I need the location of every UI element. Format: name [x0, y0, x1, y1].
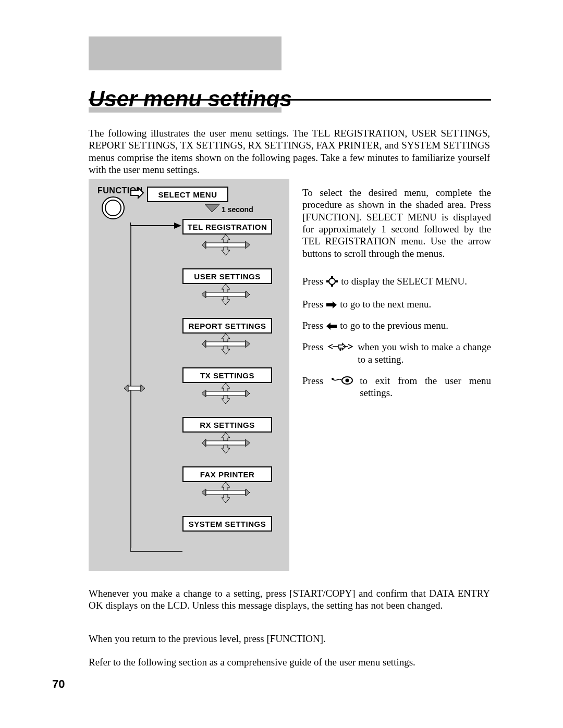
menu-system-settings: SYSTEM SETTINGS	[182, 516, 272, 532]
up-down-nav-icon	[201, 482, 251, 503]
right-intro: To select the desired menu, complete the…	[302, 187, 491, 260]
arrow-left-icon	[326, 320, 337, 332]
instruction-row-select: Press to display the SELECT MENU.	[302, 275, 491, 288]
svg-rect-10	[331, 276, 333, 279]
press-label: Press	[302, 319, 323, 331]
arrow-right-icon	[326, 299, 337, 311]
function-key-icon	[326, 276, 338, 289]
up-down-nav-icon	[201, 235, 251, 255]
flow-elbow-icon	[130, 223, 182, 230]
menu-tx-settings: TX SETTINGS	[182, 367, 272, 383]
press-label: Press	[302, 298, 323, 310]
svg-rect-7	[206, 441, 246, 445]
up-down-nav-icon	[201, 284, 251, 305]
page: User menu settings The following illustr…	[0, 0, 563, 728]
menu-rx-settings: RX SETTINGS	[182, 417, 272, 433]
function-button-icon	[101, 196, 125, 220]
press-label: Press	[302, 341, 323, 353]
left-down-right-icon	[326, 342, 354, 354]
press-text: to display the SELECT MENU.	[341, 275, 491, 287]
svg-rect-4	[206, 292, 246, 297]
instruction-row-change: Press when you wish to make a change to …	[302, 341, 491, 365]
up-down-nav-icon	[201, 433, 251, 453]
svg-rect-8	[206, 490, 246, 495]
press-label: Press	[302, 275, 323, 287]
timing-label: 1 second	[222, 205, 253, 214]
svg-rect-6	[206, 391, 246, 396]
menu-fax-printer: FAX PRINTER	[182, 466, 272, 482]
press-label: Press	[302, 375, 323, 387]
svg-point-15	[339, 349, 341, 351]
svg-rect-5	[206, 342, 246, 346]
up-down-nav-icon	[201, 383, 251, 404]
svg-point-9	[329, 278, 335, 285]
bottom-para-3: Refer to the following section as a comp…	[89, 656, 490, 668]
svg-point-19	[346, 378, 349, 382]
menu-flow-diagram: FUNCTION SELECT MENU 1 second TEL REGIST…	[89, 179, 289, 571]
left-right-paddle-icon	[123, 383, 146, 393]
intro-paragraph: The following illustrates the user menu …	[89, 127, 490, 176]
bottom-para-1: Whenever you make a change to a setting,…	[89, 587, 490, 612]
select-menu-box: SELECT MENU	[147, 187, 228, 202]
svg-rect-3	[206, 243, 246, 247]
menu-tel-registration: TEL REGISTRATION	[182, 219, 272, 235]
arrow-right-icon	[130, 186, 144, 200]
press-text: to go to the previous menu.	[340, 319, 491, 331]
header-gray-block	[89, 36, 282, 70]
press-text: when you wish to make a change to a sett…	[358, 341, 491, 365]
stop-key-icon	[326, 376, 357, 388]
page-number: 70	[52, 677, 65, 691]
press-text: to exit from the user menu settings.	[360, 375, 491, 399]
instruction-row-exit: Press to exit from the user menu setting…	[302, 375, 491, 399]
bottom-para-2: When you return to the previous level, p…	[89, 633, 490, 645]
instruction-row-prev: Press to go to the previous menu.	[302, 319, 491, 331]
menu-user-settings: USER SETTINGS	[182, 268, 272, 284]
right-column: To select the desired menu, complete the…	[302, 187, 491, 409]
down-wedge-icon	[205, 204, 219, 212]
flow-elbow-bottom-icon	[130, 545, 182, 556]
svg-rect-11	[331, 284, 333, 287]
subtitle-gray-bar	[89, 107, 282, 113]
menu-report-settings: REPORT SETTINGS	[182, 318, 272, 334]
instruction-row-next: Press to go to the next menu.	[302, 298, 491, 310]
svg-rect-2	[128, 386, 141, 390]
title-rule	[89, 99, 491, 101]
up-down-nav-icon	[201, 334, 251, 354]
press-text: to go to the next menu.	[340, 298, 491, 310]
svg-point-1	[105, 200, 121, 216]
svg-rect-12	[326, 280, 329, 282]
svg-rect-13	[335, 280, 338, 282]
